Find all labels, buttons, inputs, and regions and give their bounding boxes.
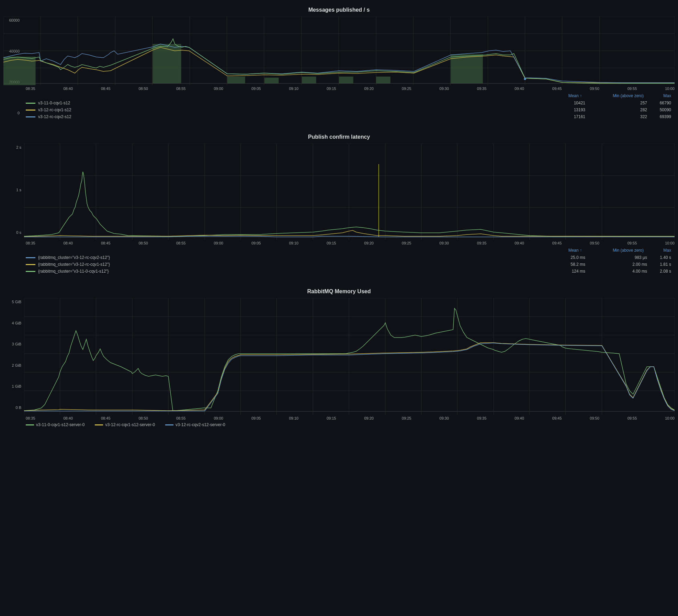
- messages-published-section: Messages published / s 60000 40000 20000…: [3, 7, 675, 120]
- min-header: Min (above zero): [582, 93, 644, 98]
- svg-rect-26: [264, 78, 279, 83]
- publish-latency-section: Publish confirm latency 2 s 1 s 0 s: [3, 134, 675, 275]
- yellow-series-line: [26, 110, 35, 111]
- svg-rect-29: [376, 77, 391, 83]
- yellow-series-name: v3-12-rc-cqv1-s12: [38, 107, 544, 112]
- latency-legend-row-green: {rabbitmq_cluster="v3-11-0-cqv1-s12"} 12…: [26, 268, 675, 275]
- mem-yellow-line: [95, 424, 103, 425]
- mem-green-label: v3-11-0-cqv1-s12-server-0: [36, 422, 84, 427]
- lat-green-min: 4.00 ms: [585, 269, 647, 274]
- green-min: 257: [585, 101, 647, 105]
- svg-rect-28: [339, 77, 353, 83]
- legend-row-yellow: v3-12-rc-cqv1-s12 13193 282 50090: [26, 106, 675, 113]
- mem-legend-yellow: v3-12-rc-cqv1-s12-server-0: [95, 422, 155, 427]
- yellow-max: 50090: [647, 107, 675, 112]
- svg-rect-25: [227, 77, 245, 83]
- x-axis-messages: 08:35 08:40 08:45 08:50 08:55 09:00 09:0…: [26, 85, 675, 91]
- x-axis-latency: 08:35 08:40 08:45 08:50 08:55 09:00 09:0…: [26, 240, 675, 245]
- latency-legend: Mean ↑ Min (above zero) Max {rabbitmq_cl…: [26, 248, 675, 275]
- mem-legend-green: v3-11-0-cqv1-s12-server-0: [26, 422, 84, 427]
- blue-series-name: v3-12-rc-cqv2-s12: [38, 114, 544, 119]
- latency-mean-header: Mean ↑: [541, 248, 582, 253]
- lat-blue-line: [26, 257, 35, 258]
- lat-yellow-mean: 58.2 ms: [544, 262, 585, 267]
- mem-blue-label: v3-12-rc-cqv2-s12-server-0: [176, 422, 225, 427]
- svg-point-31: [524, 78, 526, 80]
- legend-row-green: v3-11-0-cqv1-s12 10421 257 66790: [26, 100, 675, 106]
- yellow-min: 282: [585, 107, 647, 112]
- messages-published-title: Messages published / s: [3, 7, 675, 13]
- svg-rect-27: [302, 77, 316, 83]
- lat-green-line: [26, 271, 35, 272]
- max-header: Max: [644, 93, 671, 98]
- x-axis-memory: 08:35 08:40 08:45 08:50 08:55 09:00 09:0…: [26, 415, 675, 420]
- lat-green-name: {rabbitmq_cluster="v3-11-0-cqv1-s12"}: [38, 269, 544, 274]
- svg-rect-24: [152, 44, 181, 83]
- lat-yellow-max: 1.81 s: [647, 262, 675, 267]
- publish-latency-title: Publish confirm latency: [3, 134, 675, 140]
- mem-legend-blue: v3-12-rc-cqv2-s12-server-0: [165, 422, 225, 427]
- blue-min: 322: [585, 114, 647, 119]
- messages-legend: Mean ↑ Min (above zero) Max v3-11-0-cqv1…: [26, 93, 675, 120]
- latency-max-header: Max: [644, 248, 671, 253]
- lat-green-mean: 124 ms: [544, 269, 585, 274]
- green-series-line: [26, 103, 35, 104]
- lat-yellow-name: {rabbitmq_cluster="v3-12-rc-cqv1-s12"}: [38, 262, 544, 267]
- mean-header: Mean ↑: [541, 93, 582, 98]
- latency-legend-row-blue: {rabbitmq_cluster="v3-12-rc-cqv2-s12"} 2…: [26, 254, 675, 261]
- latency-min-header: Min (above zero): [582, 248, 644, 253]
- green-series-name: v3-11-0-cqv1-s12: [38, 101, 544, 105]
- mem-yellow-label: v3-12-rc-cqv1-s12-server-0: [105, 422, 155, 427]
- lat-blue-name: {rabbitmq_cluster="v3-12-rc-cqv2-s12"}: [38, 255, 544, 260]
- lat-blue-mean: 25.0 ms: [544, 255, 585, 260]
- memory-title: RabbitMQ Memory Used: [3, 288, 675, 295]
- memory-legend: v3-11-0-cqv1-s12-server-0 v3-12-rc-cqv1-…: [26, 420, 675, 427]
- lat-yellow-line: [26, 264, 35, 265]
- blue-mean: 17161: [544, 114, 585, 119]
- yellow-mean: 13193: [544, 107, 585, 112]
- latency-legend-row-yellow: {rabbitmq_cluster="v3-12-rc-cqv1-s12"} 5…: [26, 261, 675, 268]
- blue-max: 69399: [647, 114, 675, 119]
- blue-series-line: [26, 116, 35, 117]
- legend-row-blue: v3-12-rc-cqv2-s12 17161 322 69399: [26, 113, 675, 120]
- lat-green-max: 2.08 s: [647, 269, 675, 274]
- lat-yellow-min: 2.00 ms: [585, 262, 647, 267]
- lat-blue-max: 1.40 s: [647, 255, 675, 260]
- svg-rect-30: [451, 54, 483, 83]
- green-max: 66790: [647, 101, 675, 105]
- lat-blue-min: 983 µs: [585, 255, 647, 260]
- mem-blue-line: [165, 424, 173, 425]
- green-mean: 10421: [544, 101, 585, 105]
- memory-section: RabbitMQ Memory Used 5 GiB 4 GiB 3 GiB 2…: [3, 288, 675, 427]
- mem-green-line: [26, 424, 34, 425]
